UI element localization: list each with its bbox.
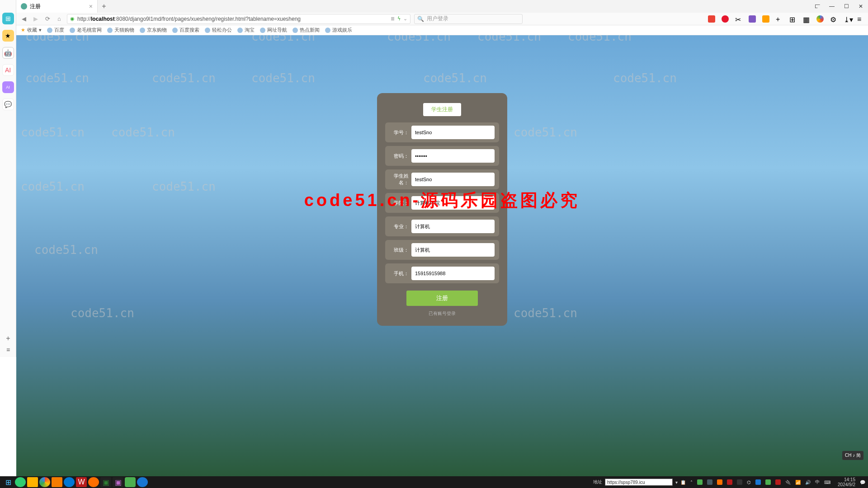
tray-icon-1[interactable] [697, 479, 703, 485]
ime-indicator[interactable]: CH ♪ 简 [842, 451, 863, 460]
taskbar-clipboard-icon[interactable]: 📋 [680, 480, 686, 485]
bm-favicon [47, 28, 52, 33]
ext-translate-icon[interactable] [749, 15, 756, 23]
translate-icon[interactable]: ≣ [391, 16, 395, 22]
ext-mail-icon[interactable] [708, 15, 715, 23]
bookmark-item-5[interactable]: 轻松办公 [205, 27, 232, 33]
sidebar-icon-1[interactable]: ⊞ [2, 13, 14, 24]
bolt-icon[interactable]: ϟ [397, 16, 401, 22]
tray-icon-4[interactable] [727, 479, 732, 485]
tray-volume-icon[interactable]: 🔊 [805, 480, 811, 485]
bookmark-item-9[interactable]: 游戏娱乐 [325, 27, 352, 33]
tray-keyboard-icon[interactable]: ⌨ [824, 480, 830, 485]
ext-plus-icon[interactable]: + [776, 15, 783, 23]
bookmark-item-6[interactable]: 淘宝 [237, 27, 255, 33]
ext-chrome-icon[interactable] [816, 15, 824, 23]
task-explorer-icon[interactable] [27, 477, 38, 487]
nav-back-button[interactable]: ◀ [20, 15, 28, 23]
tray-icon-5[interactable] [737, 479, 742, 485]
watermark: code51.cn [25, 71, 89, 85]
input-sno[interactable] [411, 126, 495, 139]
bookmark-item-4[interactable]: 百度搜索 [172, 27, 199, 33]
chevron-down-icon[interactable]: ⌄ [403, 16, 407, 22]
bookmark-item-0[interactable]: 百度 [47, 27, 64, 33]
task-idea-icon[interactable]: ▣ [113, 477, 123, 487]
sidebar-add-icon[interactable]: + [6, 334, 10, 343]
form-tab[interactable]: 学生注册 [423, 103, 461, 116]
sidebar-icon-6[interactable]: 💬 [2, 99, 14, 110]
ext-gear-icon[interactable]: ⚙ [830, 15, 837, 23]
tray-up-icon[interactable]: ˄ [690, 480, 693, 485]
bookmark-item-2[interactable]: 天猫购物 [107, 27, 134, 33]
tray-ime-icon[interactable]: 中 [815, 479, 820, 485]
tray-icon-3[interactable] [717, 479, 722, 485]
field-class: 班级： [385, 240, 499, 260]
sidebar-icon-3[interactable]: 🤖 [2, 47, 14, 59]
task-wechat-icon[interactable] [125, 477, 136, 487]
tray-power-icon[interactable]: 🔌 [785, 480, 791, 485]
url-text: http://localhost:8080/django9l1md/front/… [77, 16, 301, 22]
bookmark-item-7[interactable]: 网址导航 [260, 27, 287, 33]
input-password[interactable] [411, 149, 495, 163]
nav-home-button[interactable]: ⌂ [55, 15, 63, 23]
label-name: 学生姓名： [390, 173, 411, 186]
shield-icon: ◉ [70, 16, 75, 22]
sidebar-icon-2[interactable]: ★ [2, 30, 14, 42]
bookmark-fav[interactable]: ★收藏 ▾ [21, 27, 42, 33]
tray-wifi-icon[interactable]: 📶 [795, 480, 801, 485]
tab-active[interactable]: 注册 × [16, 0, 98, 13]
nav-forward-button[interactable]: ▶ [32, 15, 40, 23]
taskbar-address-input[interactable]: https://spsp789.icu [605, 479, 673, 486]
bookmark-item-8[interactable]: 热点新闻 [292, 27, 320, 33]
url-input[interactable]: ◉ http://localhost:8080/django9l1md/fron… [67, 14, 410, 24]
bm-favicon [325, 28, 330, 33]
tray-icon-8[interactable] [775, 479, 781, 485]
tray-bt-icon[interactable]: ⌬ [747, 480, 751, 485]
submit-button[interactable]: 注册 [406, 291, 478, 306]
ext-download-icon[interactable]: ⤓▾ [844, 15, 851, 23]
search-icon: 🔍 [417, 16, 424, 22]
input-major[interactable] [411, 220, 495, 233]
task-blue-icon[interactable] [137, 477, 148, 487]
input-phone[interactable] [411, 267, 495, 280]
nav-reload-button[interactable]: ⟳ [43, 15, 52, 23]
taskbar-address-dropdown[interactable]: ▾ [675, 480, 678, 485]
tray-icon-2[interactable] [707, 479, 712, 485]
input-class[interactable] [411, 243, 495, 257]
window-maximize-button[interactable]: ☐ [839, 0, 854, 13]
ext-weibo-icon[interactable] [722, 15, 729, 23]
tray-icon-7[interactable] [765, 479, 771, 485]
task-pycharm-icon[interactable]: ▣ [100, 477, 111, 487]
tray-icon-6[interactable] [755, 479, 761, 485]
tab-add-button[interactable]: + [98, 0, 110, 13]
window-side-icon[interactable]: ⫍ [810, 0, 825, 13]
task-chrome-icon[interactable] [39, 477, 50, 487]
ext-puzzle-icon[interactable]: ⊞ [789, 15, 797, 23]
bookmark-item-3[interactable]: 京东购物 [140, 27, 167, 33]
sidebar-icon-5[interactable]: AI [2, 81, 14, 93]
task-orange-icon[interactable] [88, 477, 99, 487]
login-link[interactable]: 已有账号登录 [429, 310, 456, 317]
start-button[interactable]: ⊞ [3, 477, 14, 487]
bm-favicon [260, 28, 265, 33]
task-edge-icon[interactable] [64, 477, 75, 487]
tab-close-icon[interactable]: × [89, 3, 93, 10]
bookmark-item-1[interactable]: 老毛桃官网 [70, 27, 102, 33]
task-sublime-icon[interactable] [52, 477, 62, 487]
bm-favicon [140, 28, 145, 33]
tray-notification-icon[interactable]: 💬 [860, 480, 865, 485]
search-input[interactable]: 🔍 用户登录 [414, 14, 523, 24]
input-name[interactable] [411, 173, 495, 186]
task-wps-icon[interactable]: W [76, 477, 87, 487]
window-close-button[interactable]: ✕ [854, 0, 868, 13]
ext-menu-icon[interactable]: ≡ [857, 15, 864, 23]
watermark: code51.cn [21, 180, 85, 193]
ext-shield-icon[interactable] [762, 15, 769, 23]
task-browser-icon[interactable] [15, 477, 26, 487]
ext-scissors-icon[interactable]: ✂ [735, 15, 742, 23]
window-minimize-button[interactable]: — [825, 0, 839, 13]
sidebar-menu-icon[interactable]: ≡ [6, 346, 10, 353]
taskbar-clock[interactable]: 14:15 2024/9/2 [838, 477, 855, 487]
sidebar-icon-4[interactable]: AI [2, 64, 14, 76]
ext-grid-icon[interactable]: ▦ [803, 15, 810, 23]
